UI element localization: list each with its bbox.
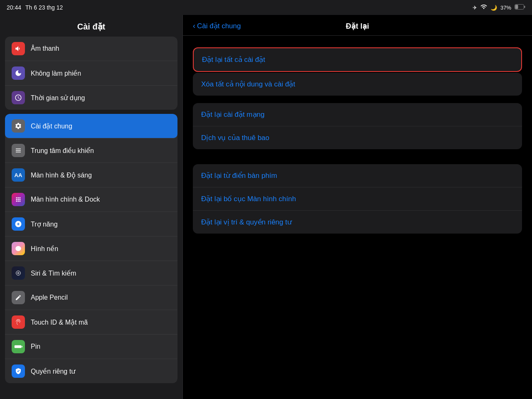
svg-rect-7	[22, 346, 22, 347]
sidebar-item-hinh-nen[interactable]: Hình nền	[5, 236, 177, 261]
detail-header: ‹ Cài đặt chung Đặt lại	[183, 15, 532, 36]
status-bar-left: 20:44 Th 6 23 thg 12	[7, 4, 63, 11]
detail-title: Đặt lại	[346, 22, 369, 31]
quyen-rieng-tu-label: Quyền riêng tư	[31, 367, 75, 375]
sidebar-item-quyen-rieng-tu[interactable]: Quyền riêng tư	[5, 359, 177, 383]
khong-lam-phien-label: Không làm phiền	[31, 69, 81, 77]
battery-icon	[515, 4, 525, 11]
detail-panel: ‹ Cài đặt chung Đặt lại Đặt lại tất cả c…	[183, 15, 532, 399]
reset-item-xoa-tat-ca[interactable]: Xóa tất cả nội dung và cài đặt	[193, 73, 522, 96]
tro-nang-label: Trợ năng	[31, 220, 58, 228]
man-hinh-do-sang-icon: AA	[12, 168, 25, 182]
apple-pencil-label: Apple Pencil	[31, 294, 68, 301]
detail-content: Đặt lại tất cả cài đặt Xóa tất cả nội du…	[183, 36, 532, 399]
man-hinh-chinh-dock-label: Màn hình chính & Dock	[31, 196, 100, 203]
thoi-gian-su-dung-icon	[12, 91, 25, 104]
trung-tam-dieu-khien-icon	[12, 144, 25, 157]
chevron-left-icon: ‹	[193, 22, 195, 30]
siri-tim-kiem-icon	[12, 266, 25, 280]
reset-item-dat-lai-vi-tri[interactable]: Đặt lại vị trí & quyền riêng tư	[193, 211, 522, 234]
sidebar-group-2: Cài đặt chung Trung tâm điều khiển AA Mà…	[5, 114, 177, 383]
reset-item-dat-lai-tat-ca[interactable]: Đặt lại tất cả cài đặt	[193, 47, 522, 72]
time: 20:44	[7, 4, 21, 11]
sidebar-item-tro-nang[interactable]: Trợ năng	[5, 212, 177, 236]
touch-id-mat-ma-icon	[12, 315, 25, 329]
reset-group-b: Đặt lại cài đặt mạng Dịch vụ của thuê ba…	[193, 103, 522, 149]
tro-nang-icon	[12, 217, 25, 231]
reset-item-dich-vu-thue-bao[interactable]: Dịch vụ của thuê bao	[193, 126, 522, 149]
siri-tim-kiem-label: Siri & Tìm kiếm	[31, 269, 76, 277]
sidebar-item-siri-tim-kiem[interactable]: Siri & Tìm kiếm	[5, 261, 177, 286]
dat-lai-cai-dat-mang-label: Đặt lại cài đặt mạng	[201, 110, 264, 119]
reset-group-c: Đặt lại từ điển bàn phím Đặt lại bố cục …	[193, 164, 522, 234]
sidebar-list: Âm thanh Không làm phiền	[0, 37, 182, 399]
date: Th 6 23 thg 12	[25, 4, 63, 11]
cai-dat-chung-icon	[12, 119, 25, 133]
am-thanh-label: Âm thanh	[31, 45, 59, 52]
sidebar-header: Cài đặt	[0, 15, 182, 37]
sidebar-item-man-hinh-chinh-dock[interactable]: Màn hình chính & Dock	[5, 187, 177, 212]
apple-pencil-icon	[12, 291, 25, 304]
cai-dat-chung-label: Cài đặt chung	[31, 122, 72, 130]
main-layout: Cài đặt Âm thanh	[0, 15, 532, 399]
sidebar-title: Cài đặt	[8, 22, 174, 32]
khong-lam-phien-icon	[12, 66, 25, 80]
wifi-icon	[480, 5, 487, 11]
sidebar-item-trung-tam-dieu-khien[interactable]: Trung tâm điều khiển	[5, 138, 177, 163]
reset-item-dat-lai-tu-dien[interactable]: Đặt lại từ điển bàn phím	[193, 164, 522, 187]
hinh-nen-icon	[12, 242, 25, 255]
svg-rect-2	[524, 6, 525, 8]
airplane-icon: ✈	[473, 5, 477, 11]
xoa-tat-ca-label: Xóa tất cả nội dung và cài đặt	[201, 80, 295, 89]
sidebar-item-cai-dat-chung[interactable]: Cài đặt chung	[5, 114, 177, 138]
thoi-gian-su-dung-label: Thời gian sử dụng	[31, 94, 85, 102]
sidebar-item-pin[interactable]: Pin	[5, 335, 177, 359]
man-hinh-do-sang-label: Màn hình & Độ sáng	[31, 171, 92, 179]
dat-lai-tat-ca-label: Đặt lại tất cả cài đặt	[202, 55, 265, 64]
status-bar-right: ✈ 🌙 37%	[473, 4, 525, 11]
back-button[interactable]: ‹ Cài đặt chung	[193, 22, 241, 30]
moon-icon: 🌙	[490, 5, 497, 11]
pin-label: Pin	[31, 343, 40, 350]
back-label: Cài đặt chung	[197, 22, 241, 30]
sidebar-item-man-hinh-do-sang[interactable]: AA Màn hình & Độ sáng	[5, 163, 177, 187]
trung-tam-dieu-khien-label: Trung tâm điều khiển	[31, 147, 94, 155]
reset-item-dat-lai-cai-dat-mang[interactable]: Đặt lại cài đặt mạng	[193, 103, 522, 126]
dich-vu-thue-bao-label: Dịch vụ của thuê bao	[201, 133, 269, 142]
sidebar-item-khong-lam-phien[interactable]: Không làm phiền	[5, 61, 177, 86]
reset-subgroup-a: Xóa tất cả nội dung và cài đặt	[193, 73, 522, 96]
sidebar-item-apple-pencil[interactable]: Apple Pencil	[5, 286, 177, 310]
man-hinh-chinh-dock-icon	[12, 193, 25, 206]
dat-lai-vi-tri-label: Đặt lại vị trí & quyền riêng tư	[201, 218, 292, 227]
touch-id-mat-ma-label: Touch ID & Mật mã	[31, 318, 88, 326]
status-bar: 20:44 Th 6 23 thg 12 ✈ 🌙 37%	[0, 0, 532, 15]
svg-point-5	[17, 272, 19, 274]
sidebar-item-am-thanh[interactable]: Âm thanh	[5, 37, 177, 61]
svg-rect-1	[515, 5, 518, 9]
hinh-nen-label: Hình nền	[31, 245, 58, 253]
svg-rect-6	[15, 345, 22, 348]
sidebar-item-touch-id-mat-ma[interactable]: Touch ID & Mật mã	[5, 310, 177, 335]
sidebar: Cài đặt Âm thanh	[0, 15, 183, 399]
sidebar-item-thoi-gian-su-dung[interactable]: Thời gian sử dụng	[5, 86, 177, 110]
battery-percent: 37%	[500, 5, 511, 11]
reset-item-dat-lai-bo-cuc[interactable]: Đặt lại bố cục Màn hình chính	[193, 187, 522, 211]
am-thanh-icon	[12, 42, 25, 55]
quyen-rieng-tu-icon	[12, 365, 25, 378]
dat-lai-bo-cuc-label: Đặt lại bố cục Màn hình chính	[201, 195, 296, 203]
dat-lai-tu-dien-label: Đặt lại từ điển bàn phím	[201, 171, 277, 180]
sidebar-group-1: Âm thanh Không làm phiền	[5, 37, 177, 110]
reset-group-a: Đặt lại tất cả cài đặt Xóa tất cả nội du…	[193, 47, 522, 96]
pin-icon	[12, 340, 25, 353]
